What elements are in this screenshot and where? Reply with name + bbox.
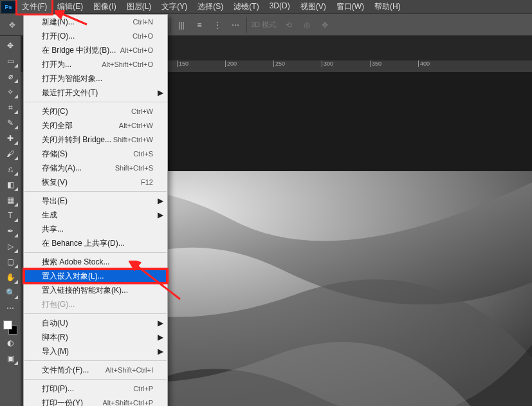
eyedropper-tool-icon[interactable]: ✎ — [2, 116, 19, 130]
menubar-item[interactable]: 窗口(W) — [331, 0, 369, 14]
submenu-arrow-icon: ▶ — [158, 210, 163, 220]
menu-shortcut: Ctrl+O — [133, 31, 153, 41]
menu-item: 打包(G)... — [24, 297, 167, 311]
ruler-mark: 250 — [273, 60, 322, 67]
menu-item-label: 共享... — [42, 224, 64, 234]
move-tool-icon[interactable]: ✥ — [2, 39, 19, 53]
menu-shortcut: Ctrl+W — [131, 106, 153, 116]
menu-item[interactable]: 打印一份(Y)Alt+Shift+Ctrl+P — [24, 396, 167, 406]
submenu-arrow-icon: ▶ — [158, 318, 163, 328]
menu-item-label: 恢复(V) — [42, 177, 68, 187]
menu-shortcut: Alt+Shift+Ctrl+P — [102, 398, 153, 406]
ruler-mark: 300 — [322, 60, 370, 67]
menu-item-label: 在 Behance 上共享(D)... — [42, 238, 125, 248]
menu-separator — [24, 379, 167, 380]
screen-mode-icon[interactable]: ▣ — [2, 351, 19, 365]
menu-item[interactable]: 置入链接的智能对象(K)... — [24, 283, 167, 297]
menu-item[interactable]: 关闭(C)Ctrl+W — [24, 104, 167, 118]
menu-item-label: 置入链接的智能对象(K)... — [42, 285, 128, 295]
separator — [246, 17, 247, 33]
shape-tool-icon[interactable]: ▢ — [2, 255, 19, 269]
menu-item[interactable]: 导入(M)▶ — [24, 344, 167, 358]
menu-item[interactable]: 文件简介(F)...Alt+Shift+Ctrl+I — [24, 363, 167, 377]
eraser-tool-icon[interactable]: ◧ — [2, 178, 19, 192]
menu-item[interactable]: 存储为(A)...Shift+Ctrl+S — [24, 161, 167, 175]
distribute-spacing-icon[interactable]: ⋮ — [210, 18, 225, 32]
zoom-tool-icon[interactable]: 🔍 — [2, 286, 19, 300]
type-tool-icon[interactable]: T — [2, 208, 19, 223]
menu-item-label: 存储为(A)... — [42, 163, 82, 173]
menu-item[interactable]: 打印(P)...Ctrl+P — [24, 382, 167, 396]
menubar-item[interactable]: 图像(I) — [88, 0, 121, 14]
quick-mask-icon[interactable]: ◐ — [2, 336, 19, 350]
menu-item-label: 打开为... — [42, 59, 71, 69]
menu-item-label: 生成 — [42, 210, 57, 220]
menu-item-label: 关闭全部 — [42, 120, 73, 131]
file-menu-dropdown: 新建(N)...Ctrl+N打开(O)...Ctrl+O在 Bridge 中浏览… — [23, 14, 168, 406]
menu-item[interactable]: 关闭并转到 Bridge...Shift+Ctrl+W — [24, 133, 167, 147]
menu-item[interactable]: 在 Behance 上共享(D)... — [24, 236, 167, 250]
path-selection-tool-icon[interactable]: ▷ — [2, 239, 19, 254]
crop-tool-icon[interactable]: ⌗ — [2, 100, 19, 115]
menu-separator — [24, 252, 167, 253]
hand-tool-icon[interactable]: ✋ — [2, 270, 19, 284]
menu-item-label: 自动(U) — [42, 318, 68, 328]
menu-item[interactable]: 生成▶ — [24, 208, 167, 222]
menubar-item[interactable]: 编辑(E) — [52, 0, 88, 14]
menubar-item[interactable]: 帮助(H) — [369, 0, 406, 14]
lasso-tool-icon[interactable]: ⌀ — [2, 69, 19, 84]
magic-wand-tool-icon[interactable]: ✧ — [2, 85, 19, 99]
menu-item[interactable]: 恢复(V)F12 — [24, 175, 167, 189]
menu-item[interactable]: 在 Bridge 中浏览(B)...Alt+Ctrl+O — [24, 43, 167, 57]
menu-shortcut: Ctrl+P — [133, 383, 153, 394]
menubar-item[interactable]: 文字(Y) — [156, 0, 192, 14]
menu-item[interactable]: 导出(E)▶ — [24, 194, 167, 208]
distribute-h-icon[interactable]: ||| — [174, 18, 188, 32]
menu-item[interactable]: 搜索 Adobe Stock... — [24, 255, 167, 269]
distribute-v-icon[interactable]: ≡ — [192, 18, 206, 32]
marquee-tool-icon[interactable]: ▭ — [2, 54, 19, 68]
toolbox: ✥ ▭ ⌀ ✧ ⌗ ✎ ✚ 🖌 ⎌ ◧ ▦ T ✒ ▷ ▢ ✋ 🔍 ⋯ ◐ ▣ — [0, 36, 21, 406]
more-options-icon[interactable]: ⋯ — [228, 18, 243, 32]
menu-item-label: 打开(O)... — [42, 31, 75, 41]
edit-toolbar-icon[interactable]: ⋯ — [2, 301, 19, 315]
menubar-item[interactable]: 图层(L) — [122, 0, 157, 14]
submenu-arrow-icon: ▶ — [158, 346, 163, 356]
menu-item[interactable]: 新建(N)...Ctrl+N — [24, 15, 167, 29]
menu-item[interactable]: 最近打开文件(T)▶ — [24, 86, 167, 100]
menu-item[interactable]: 存储(S)Ctrl+S — [24, 147, 167, 161]
foreground-color-swatch[interactable] — [3, 320, 12, 329]
menubar-item[interactable]: 3D(D) — [264, 0, 295, 14]
menubar-item[interactable]: 视图(V) — [295, 0, 331, 14]
3d-pan-icon[interactable]: ✥ — [318, 18, 332, 32]
ruler-mark: 200 — [225, 60, 273, 67]
ruler-mark: 400 — [418, 60, 466, 67]
menu-item[interactable]: 打开为智能对象... — [24, 71, 167, 86]
menubar-item[interactable]: 选择(S) — [192, 0, 228, 14]
menu-item[interactable]: 脚本(R)▶ — [24, 330, 167, 344]
menu-shortcut: Ctrl+S — [133, 149, 153, 159]
healing-brush-tool-icon[interactable]: ✚ — [2, 131, 19, 145]
menubar: Ps 文件(F)编辑(E)图像(I)图层(L)文字(Y)选择(S)滤镜(T)3D… — [0, 0, 532, 14]
3d-orbit-icon[interactable]: ⟲ — [282, 18, 296, 32]
menu-shortcut: Alt+Shift+Ctrl+O — [102, 59, 153, 69]
submenu-arrow-icon: ▶ — [158, 196, 163, 206]
gradient-tool-icon[interactable]: ▦ — [2, 193, 19, 207]
menubar-item[interactable]: 文件(F) — [17, 0, 52, 14]
3d-rotate-icon[interactable]: ◎ — [300, 18, 314, 32]
menu-item[interactable]: 打开(O)...Ctrl+O — [24, 29, 167, 43]
menu-item-label: 导出(E) — [42, 196, 68, 206]
menu-item[interactable]: 共享... — [24, 222, 167, 236]
menu-item[interactable]: 自动(U)▶ — [24, 316, 167, 330]
menu-item[interactable]: 打开为...Alt+Shift+Ctrl+O — [24, 57, 167, 71]
menu-item[interactable]: 置入嵌入对象(L)... — [24, 269, 167, 283]
menubar-item[interactable]: 滤镜(T) — [228, 0, 264, 14]
menu-item-label: 打印一份(Y) — [42, 398, 83, 406]
pen-tool-icon[interactable]: ✒ — [2, 224, 19, 238]
menu-item[interactable]: 关闭全部Alt+Ctrl+W — [24, 118, 167, 133]
menu-item-label: 最近打开文件(T) — [42, 88, 98, 98]
color-swatches[interactable] — [3, 320, 17, 335]
app-logo: Ps — [1, 1, 15, 13]
brush-tool-icon[interactable]: 🖌 — [2, 147, 19, 161]
clone-stamp-tool-icon[interactable]: ⎌ — [2, 162, 19, 176]
